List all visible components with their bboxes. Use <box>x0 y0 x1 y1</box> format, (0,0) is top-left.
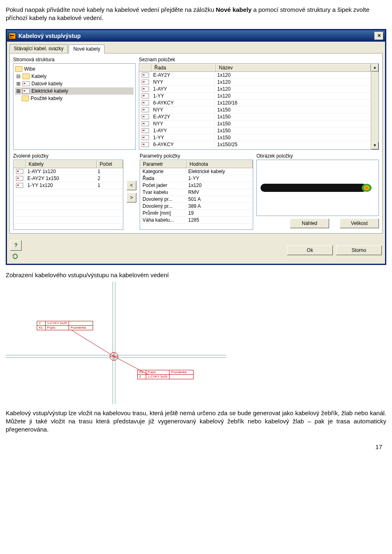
image-preview <box>256 160 379 216</box>
scroll-up-icon[interactable]: ▲ <box>371 64 379 71</box>
list-scrollbar[interactable]: ▲ ▼ <box>371 64 379 149</box>
tree-node-wibe[interactable]: Wibe <box>15 65 134 73</box>
list-item[interactable]: 1-AYY1x120 <box>139 86 371 93</box>
svg-rect-0 <box>261 184 367 192</box>
chosen-header: Kabely Počet <box>13 160 123 168</box>
param-row: Váha kabelu...1285 <box>140 217 253 224</box>
image-label: Obrázek položky <box>256 153 379 159</box>
list-item[interactable]: 6-AYKCY1x120/16 <box>139 100 371 107</box>
chosen-pane[interactable]: Kabely Počet 1-AYY 1x1201E-AY2Y 1x15021-… <box>13 160 123 230</box>
param-row: Tvar kabeluRMV <box>140 189 253 196</box>
help-button[interactable]: ? <box>10 240 22 251</box>
dialog-button-bar: ? Ok Storno <box>7 237 385 264</box>
dialog-title: Kabelový vstup/výstup <box>18 33 374 39</box>
move-left-button[interactable]: < <box>127 180 136 190</box>
params-pane: Parametr Hodnota KategorieElektrické kab… <box>140 160 253 230</box>
chosen-item[interactable]: E-AY2Y 1x1502 <box>13 175 123 182</box>
tab-existing[interactable]: Stávající kabel. svazky <box>9 44 68 53</box>
ok-button[interactable]: Ok <box>287 245 333 255</box>
param-row: KategorieElektrické kabely <box>140 168 253 175</box>
cancel-button[interactable]: Storno <box>336 245 382 255</box>
move-right-button[interactable]: > <box>127 193 136 202</box>
list-item[interactable]: 1-YY1x120 <box>139 93 371 100</box>
mini-table-lower: Ks.PopisPoznámka 21-CYKY 3x25 <box>137 370 194 379</box>
param-row: Dovolený pr...389 A <box>140 203 253 210</box>
tab-content: Stromová struktura Wibe ⊟Kabely ⊞Datové … <box>9 53 383 234</box>
dialog-window: Kabelový vstup/výstup Stávající kabel. s… <box>6 29 386 265</box>
intro-paragraph: Pokud naopak přivádíte nové kabely na ka… <box>6 6 386 22</box>
list-item[interactable]: E-AY2Y1x150 <box>139 113 371 120</box>
tree-node-used-cables[interactable]: Použité kabely <box>15 95 134 102</box>
tab-bar: Stávající kabel. svazky Nové kabely <box>9 44 383 53</box>
chosen-item[interactable]: 1-AYY 1x1201 <box>13 168 123 175</box>
app-icon <box>9 33 16 39</box>
list-header: Řada Název <box>139 64 371 72</box>
bottom-paragraph: Kabelový vstup/výstup lze vložit na kabe… <box>6 409 386 434</box>
param-row: Řada1-YY <box>140 175 253 182</box>
close-icon[interactable] <box>374 32 383 40</box>
svg-point-3 <box>365 187 368 189</box>
chosen-label: Zvolené položky <box>13 153 123 159</box>
list-item[interactable]: 1-AYY1x150 <box>139 127 371 134</box>
titlebar: Kabelový vstup/výstup <box>7 30 385 42</box>
list-item[interactable]: 6-AYKCY1x150/25 <box>139 141 371 148</box>
list-item[interactable]: E-AY2Y1x120 <box>139 72 371 79</box>
preview-button[interactable]: Náhled <box>290 218 329 228</box>
list-item[interactable]: NYY1x150 <box>139 107 371 113</box>
list-item[interactable]: 1-YY1x150 <box>139 134 371 141</box>
cable-image-icon <box>261 180 375 196</box>
params-label: Parametry položky <box>140 153 253 159</box>
chosen-item[interactable]: 1-YY 1x1201 <box>13 182 123 189</box>
size-button[interactable]: Velikost <box>340 218 379 228</box>
list-pane[interactable]: Řada Název E-AY2Y1x120NYY1x1201-AYY1x120… <box>139 63 379 150</box>
param-row: Dovolený pr...501 A <box>140 196 253 203</box>
caption-below-dialog: Zobrazení kabelového vstupu/výstupu na k… <box>6 271 386 278</box>
reload-icon[interactable] <box>11 252 19 260</box>
tree-node-data-cables[interactable]: ⊞Datové kabely <box>15 80 134 87</box>
svg-line-11 <box>71 330 114 356</box>
tree-pane[interactable]: Wibe ⊟Kabely ⊞Datové kabely ⊞Elektrické … <box>13 63 136 150</box>
param-row: Počet jader1x120 <box>140 182 253 189</box>
scroll-down-icon[interactable]: ▼ <box>371 142 379 149</box>
tab-new[interactable]: Nové kabely <box>69 44 105 53</box>
mini-table-upper: 21-CYKY 3x25 Ks.PopisPoznámka <box>37 321 93 330</box>
cable-schematic: 21-CYKY 3x25 Ks.PopisPoznámka Ks.PopisPo… <box>6 282 386 404</box>
tree-node-kabely[interactable]: ⊟Kabely <box>15 73 134 80</box>
list-label: Seznam položek <box>139 57 379 62</box>
page-number: 17 <box>6 443 386 450</box>
param-row: Průměr [mm]19 <box>140 210 253 217</box>
tree-label: Stromová struktura <box>13 57 136 62</box>
params-header: Parametr Hodnota <box>140 160 253 168</box>
list-item[interactable]: NYY1x150 <box>139 120 371 127</box>
list-item[interactable]: NYY1x120 <box>139 79 371 86</box>
tree-node-electric-cables[interactable]: ⊞Elektrické kabely <box>15 87 134 95</box>
